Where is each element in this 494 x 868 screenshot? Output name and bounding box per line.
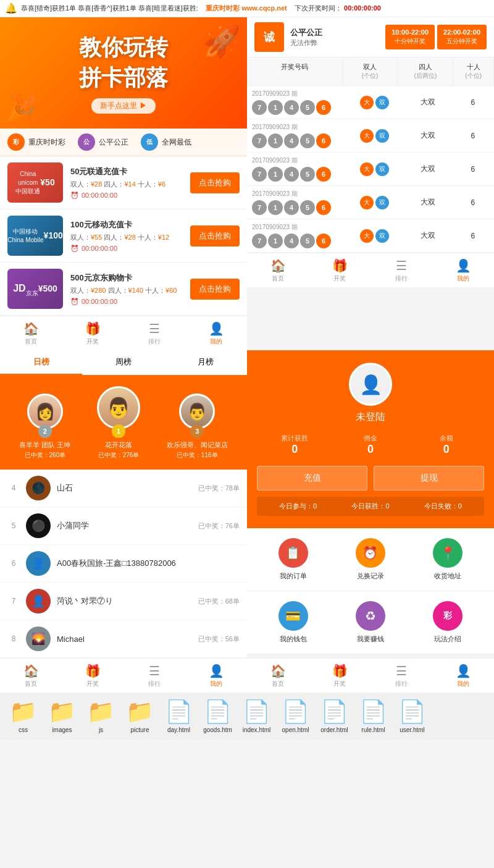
rules-icon: 彩 <box>433 601 463 631</box>
nav-draw-bl[interactable]: 🎁 开奖 <box>62 662 124 689</box>
product-3: JD京东¥500 500元京东购物卡 双人：¥280 四人：¥140 十人：¥6… <box>0 263 247 316</box>
nav-rank-br[interactable]: ☰ 排行 <box>371 662 432 689</box>
rank-icon-br: ☰ <box>396 664 407 678</box>
file-index[interactable]: 📄 index.html <box>240 699 274 733</box>
address-icon: 📍 <box>433 538 463 568</box>
trust-icon: 诚 <box>254 22 284 52</box>
product-timer-1: ⏰ 00:00:00:00 <box>70 192 184 200</box>
gift-icon: 🎁 <box>85 321 101 336</box>
file-icon-goods: 📄 <box>204 699 232 725</box>
folder-js[interactable]: 📁 js <box>84 699 118 733</box>
file-goods[interactable]: 📄 goods.htm <box>201 699 235 733</box>
user-icon: 👤 <box>209 321 224 336</box>
ranking-tabs: 日榜 周榜 月榜 <box>0 350 247 376</box>
buy-btn-1[interactable]: 点击抢购 <box>190 172 240 193</box>
my-menu: 📋 我的订单 ⏰ 兑换记录 📍 收货地址 💳 我的钱包 ♻ <box>247 528 494 654</box>
menu-exchange[interactable]: ⏰ 兑换记录 <box>356 538 385 581</box>
badge-icon-fair: 公 <box>78 133 95 151</box>
folder-picture[interactable]: 📁 picture <box>123 699 157 733</box>
product-prices-3: 双人：¥280 四人：¥140 十人：¥60 <box>70 286 184 295</box>
ranking-panel: 日榜 周榜 月榜 👨 1 花开花落 已中奖：276单 👩 2 喜羊羊 团队 王 <box>0 350 247 658</box>
buy-btn-2[interactable]: 点击抢购 <box>190 225 240 246</box>
period-4: 20170909023 期 71456 <box>249 190 348 215</box>
menu-orders[interactable]: 📋 我的订单 <box>278 538 308 581</box>
bottom-nav-left-2: 🏠 首页 🎁 开奖 ☰ 排行 👤 我的 <box>0 658 247 693</box>
wallet-label: 我的钱包 <box>280 634 307 644</box>
rank-badge-3: 3 <box>190 424 204 438</box>
file-label-order: order.html <box>320 727 348 733</box>
banner-hint[interactable]: 新手点这里 ▶ <box>91 98 155 114</box>
time-box-1: 10:00-22:00 十分钟开奖 <box>385 25 435 49</box>
time-boxes: 10:00-22:00 十分钟开奖 22:00-02:00 五分钟开奖 <box>383 25 487 49</box>
ticker-icon: 🔔 <box>5 2 17 14</box>
file-order[interactable]: 📄 order.html <box>317 699 351 733</box>
menu-earn[interactable]: ♻ 我要赚钱 <box>356 601 385 644</box>
file-icon-rule: 📄 <box>359 699 387 725</box>
buy-btn-3[interactable]: 点击抢购 <box>190 279 240 300</box>
rank1-name: 花开花落 <box>105 440 132 450</box>
10p-2: 6 <box>454 132 492 140</box>
rank-name-6: A00春秋国旅-王鑫□13880782006 <box>57 558 240 569</box>
stat-commission: 佣金 0 <box>333 434 409 456</box>
user-icon-bl: 👤 <box>209 664 224 678</box>
rank-name-7: 菏说丶对罘⑦り <box>57 596 198 607</box>
tab-weekly[interactable]: 周榜 <box>82 350 164 375</box>
menu-wallet[interactable]: 💳 我的钱包 <box>278 601 308 644</box>
badge-icon-cqssc: 彩 <box>7 133 25 151</box>
badge-icon-lowest: 低 <box>141 133 158 151</box>
file-label-day: day.html <box>167 727 190 733</box>
earn-label: 我要赚钱 <box>357 634 384 644</box>
my-menu-row1: 📋 我的订单 ⏰ 兑换记录 📍 收货地址 <box>247 528 494 591</box>
nav-rank-left[interactable]: ☰ 排行 <box>124 320 185 347</box>
label-home-bl: 首页 <box>25 680 37 688</box>
nav-rank-label: 排行 <box>148 337 161 346</box>
exchange-label: 兑换记录 <box>357 571 384 581</box>
nav-rank-bl[interactable]: ☰ 排行 <box>124 662 185 689</box>
file-icon-index: 📄 <box>243 699 270 725</box>
menu-address[interactable]: 📍 收货地址 <box>433 538 463 581</box>
tab-monthly[interactable]: 月榜 <box>165 350 247 375</box>
nav-my-label: 我的 <box>210 337 222 346</box>
folder-label-js: js <box>99 727 103 733</box>
tab-daily[interactable]: 日榜 <box>0 350 82 375</box>
address-label: 收货地址 <box>434 571 461 581</box>
4p-2: 大双 <box>401 130 454 141</box>
bottom-nav-left: 🏠 首页 🎁 开奖 ☰ 排行 👤 我的 <box>0 316 247 350</box>
lth-period: 开奖号码 <box>247 57 343 85</box>
nav-my-bl[interactable]: 👤 我的 <box>185 662 247 689</box>
nav-home-label: 首页 <box>25 337 37 346</box>
nav-my-br[interactable]: 👤 我的 <box>432 662 494 689</box>
nav-home-left[interactable]: 🏠 首页 <box>0 320 62 347</box>
withdraw-btn[interactable]: 提现 <box>374 466 484 491</box>
nav-home-bl[interactable]: 🏠 首页 <box>0 662 62 689</box>
badge-label-lowest: 全网最低 <box>162 137 191 148</box>
file-day[interactable]: 📄 day.html <box>162 699 196 733</box>
nav-my-left[interactable]: 👤 我的 <box>185 320 247 347</box>
file-icon-order: 📄 <box>320 699 348 725</box>
label-rank-br: 排行 <box>395 680 408 688</box>
folder-label-css: css <box>19 727 28 733</box>
file-user[interactable]: 📄 user.html <box>395 699 429 733</box>
nav-rank-right[interactable]: ☰ 排行 <box>371 257 432 284</box>
product-timer-3: ⏰ 00:00:00:00 <box>70 298 184 306</box>
file-open[interactable]: 📄 open.html <box>278 699 312 733</box>
badge-label-fair: 公平公正 <box>99 137 128 148</box>
nav-draw-right[interactable]: 🎁 开奖 <box>309 257 371 284</box>
nav-home-right[interactable]: 🏠 首页 <box>247 257 309 284</box>
home-icon: 🏠 <box>23 321 39 336</box>
right-panel: 诚 公平公正 无法作弊 10:00-22:00 十分钟开奖 22:00-02:0… <box>247 17 494 350</box>
nav-home-br[interactable]: 🏠 首页 <box>247 662 309 689</box>
product-prices-1: 双人：¥28 四人：¥14 十人：¥6 <box>70 180 184 189</box>
nav-my-right[interactable]: 👤 我的 <box>432 257 494 284</box>
2p-3: 大双 <box>348 162 401 176</box>
nav-draw-left[interactable]: 🎁 开奖 <box>62 320 124 347</box>
menu-rules[interactable]: 彩 玩法介绍 <box>433 601 463 644</box>
folder-css[interactable]: 📁 css <box>6 699 40 733</box>
folder-images[interactable]: 📁 images <box>45 699 79 733</box>
bottom-nav-left-panel: 🏠 首页 🎁 开奖 ☰ 排行 👤 我的 <box>0 658 247 693</box>
top3-rank2: 👩 2 喜羊羊 团队 王坤 已中奖：260单 <box>19 394 70 460</box>
recharge-btn[interactable]: 充值 <box>257 466 367 491</box>
file-rule[interactable]: 📄 rule.html <box>356 699 390 733</box>
profile-today: 今日参与：0 今日获胜：0 今日失败：0 <box>257 497 484 516</box>
nav-draw-br[interactable]: 🎁 开奖 <box>309 662 371 689</box>
